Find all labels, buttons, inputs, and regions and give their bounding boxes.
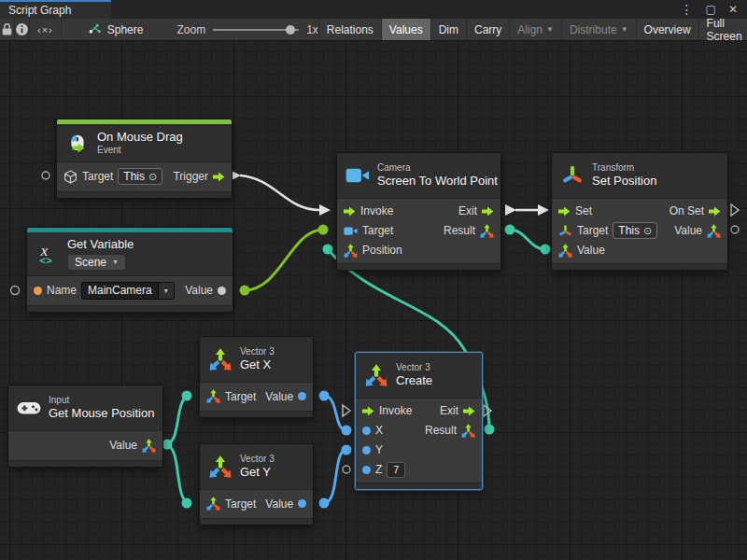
dim-button[interactable]: Dim: [430, 19, 466, 40]
port-create-x-in[interactable]: [342, 426, 352, 436]
port-camera-position-in[interactable]: [323, 245, 333, 255]
transform-port-icon[interactable]: [558, 224, 572, 238]
value-port-dot[interactable]: [298, 392, 306, 400]
z-port-label: Z: [375, 463, 382, 476]
variable-name-dropdown[interactable]: MainCamera ▼: [81, 282, 175, 300]
node-set-position[interactable]: Transform Set Position Set On Set Target…: [551, 152, 728, 271]
object-picker-icon[interactable]: ⊙: [643, 225, 652, 237]
carry-button[interactable]: Carry: [466, 19, 509, 40]
port-create-y-in[interactable]: [342, 445, 352, 455]
values-button[interactable]: Values: [381, 19, 430, 40]
z-port-dot[interactable]: [362, 466, 371, 474]
wire-trigger-to-invoke: [230, 170, 331, 216]
close-icon[interactable]: ✕: [728, 4, 738, 15]
flow-output-arrow-icon[interactable]: [213, 172, 225, 182]
port-gety-value-out[interactable]: [319, 498, 330, 509]
node-on-mouse-drag[interactable]: On Mouse Drag Event Target This ⊙ Trigge…: [56, 119, 233, 199]
window-titlebar: Script Graph ⋮ ▢ ✕: [0, 0, 747, 19]
zoom-slider[interactable]: [213, 29, 299, 31]
port-create-result-out[interactable]: [485, 425, 495, 435]
node-get-y[interactable]: Vector 3 Get Y Target Value: [199, 443, 314, 525]
gameobject-cube-icon[interactable]: [63, 170, 78, 184]
port-setposition-value-in[interactable]: [541, 245, 551, 255]
port-create-exit-unconnected[interactable]: [484, 405, 491, 416]
value-port-label: Value: [265, 390, 293, 403]
wire-result-to-value: [505, 225, 551, 255]
target-port-label: Target: [225, 390, 256, 403]
z-value-field[interactable]: 7: [387, 462, 405, 478]
flow-input-arrow-icon[interactable]: [344, 206, 356, 217]
node-get-variable[interactable]: x<> Get Variable Scene ▼ Name MainCamera…: [26, 227, 233, 313]
node-title: Screen To World Point: [377, 174, 498, 189]
maximize-icon[interactable]: ▢: [706, 4, 716, 15]
tab-script-graph[interactable]: Script Graph: [0, 0, 111, 19]
port-create-invoke-unconnected[interactable]: [343, 405, 350, 416]
flow-input-arrow-icon[interactable]: [362, 406, 374, 416]
port-getx-value-out[interactable]: [319, 391, 330, 401]
flow-output-arrow-icon[interactable]: [482, 206, 494, 217]
invoke-port-label: Invoke: [379, 404, 412, 417]
result-port-label: Result: [444, 224, 475, 237]
graph-canvas[interactable]: On Mouse Drag Event Target This ⊙ Trigge…: [0, 41, 747, 560]
edit-graph-button[interactable]: ‹×›: [30, 19, 62, 40]
variable-icon: x<>: [35, 243, 60, 265]
flow-input-arrow-icon[interactable]: [558, 206, 571, 217]
vector3-port-icon[interactable]: [461, 424, 475, 438]
chevron-down-icon[interactable]: ▼: [158, 283, 174, 299]
port-setposition-onset-unconnected[interactable]: [731, 204, 739, 216]
node-kind: Vector 3: [240, 454, 275, 465]
port-setposition-valueout-unconnected[interactable]: [731, 226, 739, 233]
port-gety-target-in[interactable]: [182, 498, 192, 509]
lock-button[interactable]: [0, 19, 15, 40]
vector3-port-icon[interactable]: [142, 439, 156, 453]
port-getx-target-in[interactable]: [182, 391, 192, 401]
y-port-dot[interactable]: [362, 446, 371, 455]
flow-output-arrow-icon[interactable]: [709, 206, 721, 217]
this-target-chip[interactable]: This ⊙: [613, 222, 657, 239]
toolbar-right-group: Relations Values Dim Carry Align▼ Distri…: [318, 19, 747, 40]
window-menu-icon[interactable]: ⋮: [681, 3, 694, 16]
port-mouseposition-value-out[interactable]: [162, 440, 173, 450]
node-footer: [337, 263, 500, 270]
zoom-slider-handle[interactable]: [286, 25, 295, 35]
target-port-label: Target: [577, 224, 608, 237]
distribute-button[interactable]: Distribute▼: [561, 19, 636, 40]
this-target-chip[interactable]: This ⊙: [118, 168, 162, 185]
object-picker-icon[interactable]: ⊙: [148, 171, 157, 183]
node-screen-to-world-point[interactable]: Camera Screen To World Point Invoke Exit…: [336, 152, 501, 271]
vector3-port-icon[interactable]: [558, 244, 572, 258]
port-mousedrag-target-unconnected[interactable]: [42, 172, 49, 179]
fullscreen-button[interactable]: Full Screen: [698, 19, 747, 40]
node-kind: Vector 3: [396, 362, 432, 373]
flow-output-arrow-icon[interactable]: [463, 406, 475, 416]
node-get-x[interactable]: Vector 3 Get X Target Value: [199, 336, 314, 418]
overview-button[interactable]: Overview: [636, 19, 698, 40]
align-button[interactable]: Align▼: [509, 19, 561, 40]
name-port-dot[interactable]: [34, 287, 42, 295]
onset-port-label: On Set: [669, 204, 704, 217]
value-port-dot[interactable]: [298, 499, 306, 508]
value-port-dot[interactable]: [218, 287, 226, 295]
wire-mouse-to-getx: [162, 391, 192, 509]
node-get-mouse-position[interactable]: Input Get Mouse Position Value: [7, 385, 163, 468]
x-port-dot[interactable]: [362, 427, 371, 435]
vector3-port-icon[interactable]: [480, 224, 494, 238]
info-button[interactable]: [15, 19, 30, 40]
camera-port-icon[interactable]: [344, 226, 358, 236]
port-camera-target-in[interactable]: [318, 225, 329, 235]
node-vector3-create[interactable]: Vector 3 Create Invoke Exit X Result: [355, 352, 483, 490]
node-kind: Input: [49, 395, 154, 406]
port-variable-value-out[interactable]: [240, 286, 250, 296]
vector3-port-icon[interactable]: [206, 497, 220, 511]
vector3-port-icon[interactable]: [344, 244, 358, 258]
node-footer: [356, 483, 482, 489]
graph-owner-button[interactable]: Sphere: [78, 19, 153, 40]
vector3-port-icon[interactable]: [206, 389, 220, 403]
port-camera-result-out[interactable]: [505, 225, 515, 235]
vector3-port-icon[interactable]: [707, 224, 721, 238]
node-footer: [8, 460, 162, 467]
variable-scope-dropdown[interactable]: Scene ▼: [67, 254, 126, 271]
port-variable-name-unconnected[interactable]: [11, 287, 20, 295]
port-create-z-unconnected[interactable]: [343, 466, 350, 473]
relations-button[interactable]: Relations: [318, 19, 381, 40]
